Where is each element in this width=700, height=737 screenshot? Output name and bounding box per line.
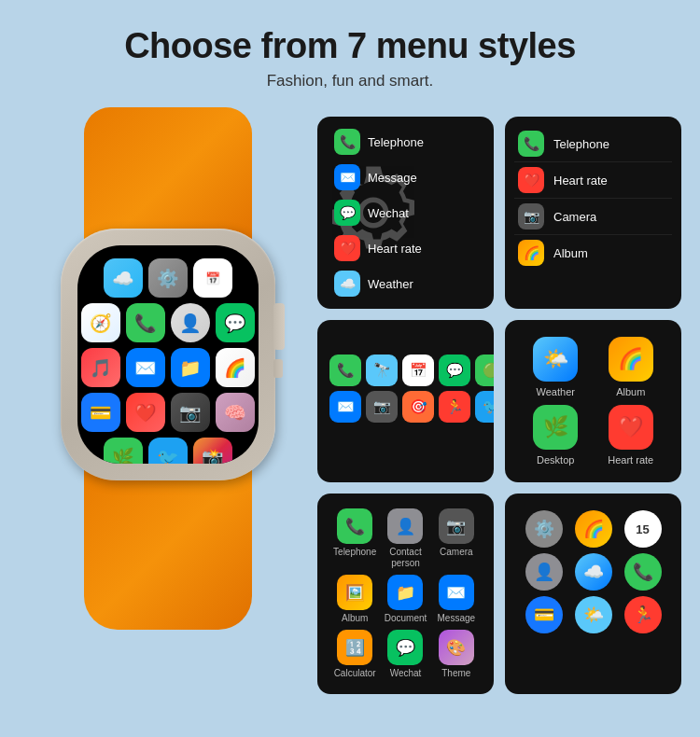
panel-1-list: 📞 Telephone ✉️ Message 💬 Wechat ❤️ Heart… [327, 126, 484, 299]
p4-album-label: Album [616, 386, 645, 397]
page-header: Choose from 7 menu styles Fashion, fun a… [0, 0, 700, 98]
watch-outer: ☁️ ⚙️ 📅 🧭 📞 👤 💬 🎵 ✉️ [56, 107, 280, 630]
watch-app-safari: 🧭 [81, 303, 120, 342]
heartrate-label: Heart rate [368, 242, 422, 256]
p3-icon-1: 📞 [329, 355, 361, 386]
p5-telephone-icon: 📞 [337, 508, 372, 544]
watch-app-brain: 🧠 [216, 393, 255, 432]
p6-alipay-icon: 💳 [525, 596, 563, 633]
p5-contact-label: Contact person [383, 547, 427, 569]
panel-2-item-heartrate: ❤️ Heart rate [514, 162, 672, 199]
p3-icon-3: 📅 [402, 355, 434, 386]
p3-icon-8: 🎯 [402, 391, 434, 423]
p2-camera-label: Camera [553, 210, 596, 224]
p5-calculator-label: Calculator [334, 668, 376, 679]
panel-1-item-weather: ☁️ Weather [334, 268, 484, 299]
panel-circular: ⚙️ 🌈 15 👤 ☁️ 📞 💳 🌤️ 🏃 [505, 494, 681, 694]
p4-heartrate-label: Heart rate [608, 454, 653, 466]
panel-3-grid: 📞 🔭 📅 💬 🟢 ✉️ 📷 🎯 🏃 🐦 [325, 327, 486, 449]
wechat-icon: 💬 [334, 200, 360, 226]
watch-button [273, 359, 283, 378]
p5-camera: 📷 Camera [434, 508, 479, 569]
watch-app-heart: ❤️ [126, 393, 165, 432]
p6-weather-icon: 🌤️ [575, 596, 612, 633]
p6-photos-icon: 🌈 [575, 510, 612, 548]
weather-label: Weather [368, 277, 413, 291]
telephone-label: Telephone [368, 135, 424, 149]
p5-album: 🖼️ Album [332, 575, 377, 624]
watch-app-twitter: 🐦 [148, 438, 188, 464]
watch-app-contacts: 👤 [171, 303, 210, 342]
panel-2x2: 🌤️ Weather 🌈 Album 🌿 Desktop ❤️ Heart ra… [505, 320, 681, 482]
content-area: ☁️ ⚙️ 📅 🧭 📞 👤 💬 🎵 ✉️ [0, 98, 700, 694]
p5-album-icon: 🖼️ [337, 575, 372, 610]
p6-phone-icon: 📞 [624, 553, 662, 591]
panel-2-item-camera: 📷 Camera [514, 199, 672, 235]
panel-1-item-wechat: 💬 Wechat [334, 197, 484, 229]
p5-calculator: 🔢 Calculator [332, 630, 377, 679]
band-bottom [84, 462, 252, 630]
p5-theme-label: Theme [441, 668, 470, 679]
panel-app-grid: 📞 🔭 📅 💬 🟢 ✉️ 📷 🎯 🏃 🐦 [317, 320, 494, 482]
watch-app-cloud: ☁️ [104, 258, 143, 298]
panel-gear: 📞 Telephone ✉️ Message 💬 Wechat ❤️ Heart… [317, 117, 494, 309]
p5-telephone-label: Telephone [333, 547, 376, 558]
p4-heartrate-icon: ❤️ [609, 405, 653, 450]
p4-album: 🌈 Album [597, 337, 665, 397]
p5-theme-icon: 🎨 [439, 630, 474, 665]
p5-wechat-icon: 💬 [387, 630, 423, 665]
p4-weather: 🌤️ Weather [522, 337, 590, 397]
panels-container: 📞 Telephone ✉️ Message 💬 Wechat ❤️ Heart… [317, 107, 681, 694]
watch-row-5: 🌿 🐦 📸 [87, 438, 249, 464]
watch-app-alipay: 💳 [81, 393, 120, 432]
watch-app-calendar: 📅 [193, 258, 232, 298]
p4-heartrate: ❤️ Heart rate [597, 405, 665, 466]
p5-camera-icon: 📷 [439, 508, 474, 544]
panel-1-item-telephone: 📞 Telephone [334, 126, 484, 158]
p3-icon-4: 💬 [439, 355, 470, 386]
panel-5-grid: 📞 Telephone 👤 Contact person 📷 Camera 🖼️… [327, 503, 484, 685]
p5-document-label: Document [385, 613, 427, 624]
watch-row-4: 💳 ❤️ 📷 🧠 [87, 393, 249, 432]
p3-icon-7: 📷 [366, 391, 398, 423]
p5-message: ✉️ Message [434, 575, 479, 624]
panel-text-list: 📞 Telephone ❤️ Heart rate 📷 Camera 🌈 Alb… [505, 117, 681, 309]
p2-album-icon: 🌈 [518, 240, 544, 266]
p5-wechat: 💬 Wechat [383, 630, 427, 679]
watch-screen: ☁️ ⚙️ 📅 🧭 📞 👤 💬 🎵 ✉️ [77, 245, 259, 464]
p5-wechat-label: Wechat [390, 668, 422, 679]
p4-album-icon: 🌈 [609, 337, 653, 382]
p4-weather-label: Weather [537, 386, 575, 397]
p3-icon-9: 🏃 [439, 391, 470, 423]
p5-album-label: Album [342, 613, 368, 624]
weather-icon: ☁️ [334, 271, 360, 297]
watch-app-wechat: 💬 [216, 303, 255, 342]
p5-message-label: Message [438, 613, 476, 624]
page-subtitle: Fashion, fun and smart. [0, 72, 700, 90]
p5-document: 📁 Document [383, 575, 427, 624]
p2-heartrate-label: Heart rate [553, 174, 608, 188]
watch-container: ☁️ ⚙️ 📅 🧭 📞 👤 💬 🎵 ✉️ [19, 107, 317, 630]
p4-desktop-label: Desktop [537, 454, 574, 466]
watch-crown [273, 303, 285, 350]
panel-1-item-heartrate: ❤️ Heart rate [334, 232, 484, 264]
panel-icon-labels: 📞 Telephone 👤 Contact person 📷 Camera 🖼️… [317, 494, 494, 694]
watch-app-phone: 📞 [126, 303, 165, 342]
p4-desktop: 🌿 Desktop [522, 405, 590, 466]
p3-icon-2: 🔭 [366, 355, 398, 386]
p2-album-label: Album [553, 246, 588, 260]
p5-calculator-icon: 🔢 [337, 630, 372, 665]
p4-desktop-icon: 🌿 [533, 405, 578, 450]
heartrate-icon: ❤️ [334, 235, 360, 261]
p6-settings-icon: ⚙️ [525, 510, 563, 548]
watch-app-settings: ⚙️ [148, 258, 188, 298]
p5-contact-icon: 👤 [387, 508, 423, 544]
watch-app-green: 🌿 [104, 438, 143, 464]
p5-message-icon: ✉️ [439, 575, 474, 610]
p2-telephone-label: Telephone [553, 137, 609, 151]
p3-icon-6: ✉️ [329, 391, 361, 423]
panel-2-item-telephone: 📞 Telephone [514, 126, 672, 162]
panel-1-item-message: ✉️ Message [334, 161, 484, 193]
telephone-icon: 📞 [334, 129, 360, 155]
p2-heartrate-icon: ❤️ [518, 167, 544, 193]
